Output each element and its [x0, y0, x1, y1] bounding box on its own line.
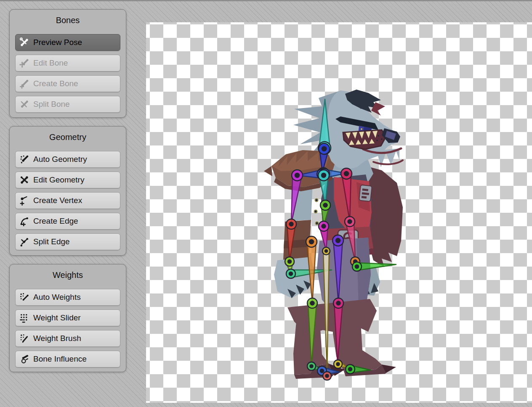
hand-left-joint[interactable]: [286, 269, 295, 278]
forearm-right-joint[interactable]: [345, 217, 355, 227]
create-bone-label: Create Bone: [33, 79, 78, 88]
shin-right-joint[interactable]: [333, 298, 343, 308]
character-sprite: [264, 90, 403, 379]
thigh-right-joint[interactable]: [332, 235, 343, 246]
hand-root-left-joint[interactable]: [285, 257, 294, 266]
skinning-editor-window: BonesPreview PoseEdit BoneCreate BoneSpl…: [0, 0, 532, 407]
split-edge-icon: [19, 237, 29, 247]
edit-geometry-label: Edit Geometry: [33, 175, 84, 185]
auto-weights-button[interactable]: Auto Weights: [15, 289, 120, 306]
auto-geometry-icon: [19, 154, 29, 164]
weight-slider-icon: [19, 313, 29, 323]
edit-geometry-button[interactable]: Edit Geometry: [15, 172, 120, 188]
window-top-strip: [0, 0, 532, 1]
split-edge-button[interactable]: Split Edge: [15, 233, 120, 250]
preview-pose-label: Preview Pose: [33, 38, 82, 47]
split-bone-icon: [19, 99, 29, 109]
weight-brush-label: Weight Brush: [33, 334, 81, 343]
geometry-panel: GeometryAuto GeometryEdit GeometryCreate…: [9, 126, 126, 256]
auto-weights-label: Auto Weights: [33, 293, 81, 302]
create-edge-button[interactable]: Create Edge: [15, 213, 120, 230]
create-edge-label: Create Edge: [33, 217, 78, 226]
edit-bone-button: Edit Bone: [15, 55, 120, 71]
auto-geometry-label: Auto Geometry: [33, 155, 87, 164]
edit-bone-icon: [19, 58, 29, 68]
upper-arm-right-joint[interactable]: [341, 168, 352, 179]
sprite-canvas[interactable]: [146, 22, 532, 403]
forearm-left-joint[interactable]: [286, 219, 296, 229]
edit-geometry-icon: [19, 175, 29, 185]
hand-right-joint[interactable]: [352, 262, 362, 271]
neck-joint[interactable]: [319, 143, 330, 154]
create-bone-button: Create Bone: [15, 75, 120, 92]
split-edge-label: Split Edge: [33, 237, 70, 246]
tail-joint[interactable]: [322, 247, 330, 255]
create-edge-icon: [19, 216, 29, 226]
upper-arm-left-joint[interactable]: [292, 170, 303, 181]
thigh-left-joint[interactable]: [306, 236, 317, 247]
preview-pose-button[interactable]: Preview Pose: [15, 34, 120, 51]
bones-panel-title: Bones: [10, 15, 126, 26]
weight-brush-button[interactable]: Weight Brush: [15, 330, 120, 347]
foot-root-right-joint[interactable]: [334, 360, 342, 368]
tail-end-joint[interactable]: [323, 372, 331, 380]
split-bone-label: Split Bone: [33, 100, 70, 109]
weight-brush-icon: [19, 333, 29, 344]
foot-right-joint[interactable]: [346, 365, 355, 374]
split-bone-button: Split Bone: [15, 96, 120, 113]
spine-lower-joint[interactable]: [319, 221, 329, 231]
shin-left-joint[interactable]: [307, 298, 317, 308]
create-vertex-icon: [19, 196, 29, 206]
auto-geometry-button[interactable]: Auto Geometry: [15, 151, 120, 168]
edit-bone-label: Edit Bone: [33, 58, 68, 68]
bone-influence-button[interactable]: Bone Influence: [15, 351, 120, 367]
spine-mid-joint[interactable]: [320, 200, 330, 210]
preview-pose-icon: [19, 37, 29, 48]
weight-slider-button[interactable]: Weight Slider: [15, 309, 120, 326]
bone-influence-label: Bone Influence: [33, 354, 87, 364]
weights-panel-title: Weights: [10, 270, 126, 280]
bone-influence-icon: [19, 354, 29, 364]
geometry-panel-title: Geometry: [10, 132, 126, 143]
foot-root-left-joint[interactable]: [307, 362, 316, 370]
spine-upper-joint[interactable]: [318, 170, 329, 181]
bones-panel: BonesPreview PoseEdit BoneCreate BoneSpl…: [9, 9, 126, 118]
weight-slider-label: Weight Slider: [33, 313, 81, 322]
auto-weights-icon: [19, 292, 29, 302]
create-bone-icon: [19, 79, 29, 89]
weights-panel: WeightsAuto WeightsWeight SliderWeight B…: [9, 264, 126, 372]
create-vertex-label: Create Vertex: [33, 196, 82, 205]
create-vertex-button[interactable]: Create Vertex: [15, 192, 120, 209]
